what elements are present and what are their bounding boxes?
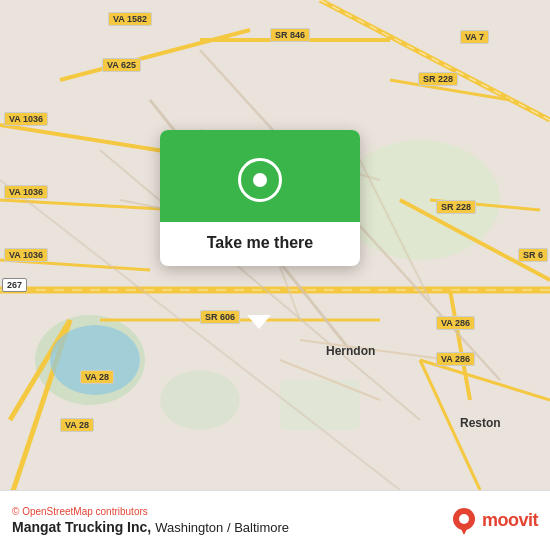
copyright-symbol: © [12,506,19,517]
take-me-there-button[interactable]: Take me there [176,234,344,252]
road-label-va28: VA 28 [80,370,114,384]
bottom-info: © OpenStreetMap contributors Mangat Truc… [12,506,289,535]
road-label-va1036c: VA 1036 [4,248,48,262]
pin-dot [253,173,267,187]
location-sub: Washington / Baltimore [155,520,289,535]
road-label-va28b: VA 28 [60,418,94,432]
road-label-sr228a: SR 228 [418,72,458,86]
road-label-herndon: Herndon [326,344,375,358]
road-label-va1036b: VA 1036 [4,185,48,199]
location-pin-icon [238,158,282,202]
road-label-va1582: VA 1582 [108,12,152,26]
road-label-r267: 267 [2,278,27,292]
road-label-sr606: SR 606 [200,310,240,324]
popup-card: Take me there [160,130,360,266]
road-label-va286a: VA 286 [436,316,475,330]
moovit-icon [450,507,478,535]
road-label-reston: Reston [460,416,501,430]
svg-marker-37 [460,527,468,535]
road-label-va1036a: VA 1036 [4,112,48,126]
map: VA 1582 VA 7 VA 625 SR 846 SR 228 VA 103… [0,0,550,490]
bottom-bar: © OpenStreetMap contributors Mangat Truc… [0,490,550,550]
svg-point-34 [50,325,140,395]
road-label-va625: VA 625 [102,58,141,72]
popup-pointer [247,316,271,329]
svg-point-36 [459,514,469,524]
popup-body: Take me there [160,222,360,266]
popup-header [160,130,360,222]
road-label-sr228b: SR 228 [436,200,476,214]
road-label-va7: VA 7 [460,30,489,44]
osm-link[interactable]: OpenStreetMap [22,506,93,517]
road-label-sr846: SR 846 [270,28,310,42]
road-label-va286b: VA 286 [436,352,475,366]
location-name: Mangat Trucking Inc, Washington / Baltim… [12,519,289,535]
road-label-sr6: SR 6 [518,248,548,262]
osm-suffix: contributors [96,506,148,517]
moovit-text: moovit [482,510,538,531]
osm-credit: © OpenStreetMap contributors [12,506,289,517]
moovit-logo: moovit [450,507,538,535]
